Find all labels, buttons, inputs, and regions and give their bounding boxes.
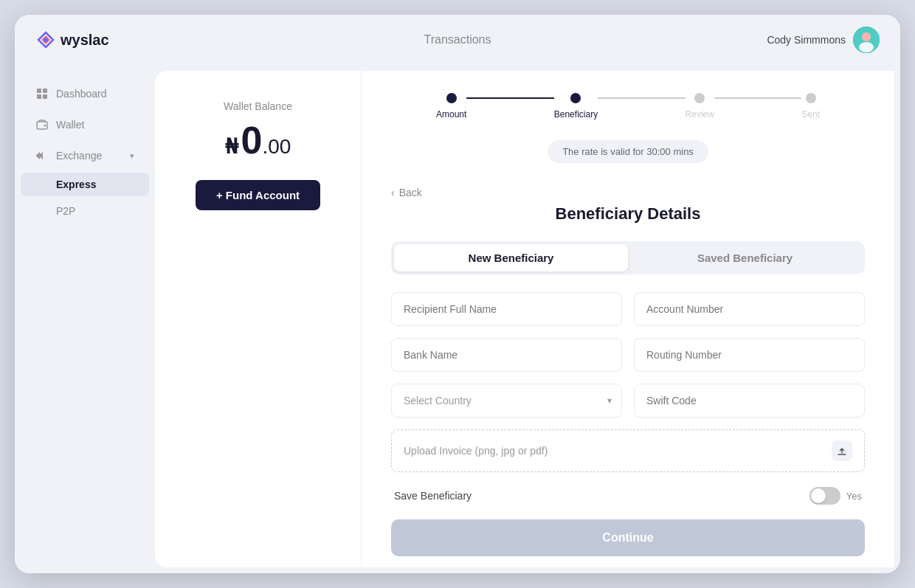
avatar bbox=[853, 27, 880, 53]
sidebar: Dashboard Wallet bbox=[15, 65, 155, 573]
toggle-yes-label: Yes bbox=[846, 491, 862, 502]
routing-number-field bbox=[634, 338, 865, 372]
wallet-balance-display: ₦ 0 .00 bbox=[225, 121, 291, 159]
step-dot-beneficiary bbox=[570, 93, 581, 103]
step-label-beneficiary: Beneficiary bbox=[554, 109, 598, 120]
swift-code-input[interactable] bbox=[634, 384, 865, 418]
app-frame: wyslac Transactions Cody Simmmons bbox=[15, 15, 900, 573]
svg-marker-14 bbox=[36, 152, 40, 159]
topbar-right: Cody Simmmons bbox=[767, 27, 880, 53]
wallet-icon bbox=[35, 118, 49, 131]
progress-bar: Amount Beneficiary Review bbox=[391, 93, 865, 120]
chevron-down-icon: ▾ bbox=[130, 151, 134, 161]
step-line-3 bbox=[714, 97, 801, 99]
beneficiary-tabs: New Beneficiary Saved Beneficiary bbox=[391, 241, 865, 274]
toggle-row: Yes bbox=[809, 487, 862, 505]
fund-account-button[interactable]: + Fund Account bbox=[196, 180, 320, 210]
svg-point-2 bbox=[44, 38, 48, 42]
p2p-label: P2P bbox=[56, 205, 75, 217]
dashboard-label: Dashboard bbox=[56, 88, 107, 100]
svg-point-12 bbox=[44, 125, 46, 127]
svg-rect-9 bbox=[37, 94, 41, 99]
topbar: wyslac Transactions Cody Simmmons bbox=[15, 15, 900, 65]
upload-invoice-field[interactable]: Upload Invoice (png, jpg or pdf) bbox=[391, 429, 865, 472]
exchange-label: Exchange bbox=[56, 150, 102, 162]
wallet-balance-label: Wallet Balance bbox=[224, 100, 292, 112]
tab-new-beneficiary[interactable]: New Beneficiary bbox=[394, 244, 628, 271]
back-link[interactable]: ‹ Back bbox=[391, 187, 865, 198]
step-label-review: Review bbox=[686, 109, 714, 120]
form-row-3: Select Country ▾ bbox=[391, 384, 865, 418]
svg-point-6 bbox=[862, 32, 871, 41]
back-label: Back bbox=[399, 187, 422, 198]
upload-icon bbox=[832, 440, 852, 461]
grid-icon bbox=[35, 87, 49, 100]
select-country-field: Select Country ▾ bbox=[391, 384, 622, 418]
step-dot-review bbox=[694, 93, 705, 103]
save-beneficiary-row: Save Beneficiary Yes bbox=[391, 487, 865, 505]
save-beneficiary-label: Save Beneficiary bbox=[394, 490, 472, 502]
form-row-2 bbox=[391, 338, 865, 372]
sidebar-item-express[interactable]: Express bbox=[21, 173, 149, 196]
section-title: Beneficiary Details bbox=[391, 204, 865, 224]
upload-label: Upload Invoice (png, jpg or pdf) bbox=[404, 445, 548, 457]
bank-name-field bbox=[391, 338, 622, 372]
step-amount: Amount bbox=[436, 93, 466, 120]
wallet-label: Wallet bbox=[56, 119, 84, 131]
back-arrow-icon: ‹ bbox=[391, 187, 395, 198]
recipient-name-field bbox=[391, 292, 622, 326]
form-row-1 bbox=[391, 292, 865, 326]
currency-symbol: ₦ bbox=[225, 134, 238, 159]
express-label: Express bbox=[56, 179, 96, 190]
svg-rect-10 bbox=[43, 94, 47, 99]
sidebar-item-p2p[interactable]: P2P bbox=[21, 199, 149, 223]
sidebar-item-wallet[interactable]: Wallet bbox=[21, 111, 149, 139]
svg-rect-7 bbox=[37, 89, 41, 93]
continue-button[interactable]: Continue bbox=[391, 519, 865, 556]
page-title: Transactions bbox=[424, 33, 491, 46]
sidebar-item-dashboard[interactable]: Dashboard bbox=[21, 80, 149, 108]
account-number-input[interactable] bbox=[634, 292, 865, 326]
tab-saved-beneficiary[interactable]: Saved Beneficiary bbox=[628, 244, 862, 271]
routing-number-input[interactable] bbox=[634, 338, 865, 372]
step-dot-sent bbox=[806, 93, 816, 103]
step-line-1 bbox=[466, 97, 553, 99]
step-line-2 bbox=[598, 97, 685, 99]
step-review: Review bbox=[686, 93, 714, 120]
balance-main: 0 bbox=[241, 121, 263, 159]
content-area: Wallet Balance ₦ 0 .00 + Fund Account Am… bbox=[155, 71, 894, 567]
balance-decimal: .00 bbox=[262, 135, 291, 159]
left-panel: Wallet Balance ₦ 0 .00 + Fund Account bbox=[155, 71, 362, 567]
sidebar-item-exchange[interactable]: Exchange ▾ bbox=[21, 142, 149, 170]
step-label-amount: Amount bbox=[436, 109, 466, 120]
toggle-knob bbox=[811, 488, 826, 503]
main-layout: Dashboard Wallet bbox=[15, 65, 900, 573]
user-name: Cody Simmmons bbox=[767, 34, 846, 46]
select-country-input[interactable]: Select Country bbox=[391, 384, 622, 418]
swift-code-field bbox=[634, 384, 865, 418]
svg-point-5 bbox=[859, 42, 874, 52]
step-dot-amount bbox=[446, 93, 457, 103]
right-panel: Amount Beneficiary Review bbox=[362, 71, 894, 567]
svg-rect-8 bbox=[43, 89, 47, 93]
save-beneficiary-toggle[interactable] bbox=[809, 487, 840, 505]
logo-text: wyslac bbox=[61, 32, 109, 49]
avatar-image bbox=[853, 27, 880, 53]
steps-container: Amount Beneficiary Review bbox=[436, 93, 820, 120]
rate-badge-wrapper: The rate is valid for 30:00 mins bbox=[391, 140, 865, 175]
account-number-field bbox=[634, 292, 865, 326]
logo-icon bbox=[35, 30, 56, 50]
step-label-sent: Sent bbox=[801, 109, 820, 120]
exchange-icon bbox=[35, 149, 49, 162]
rate-badge: The rate is valid for 30:00 mins bbox=[548, 140, 708, 163]
logo: wyslac bbox=[35, 30, 109, 50]
bank-name-input[interactable] bbox=[391, 338, 622, 372]
step-sent: Sent bbox=[801, 93, 820, 120]
step-beneficiary: Beneficiary bbox=[554, 93, 598, 120]
recipient-name-input[interactable] bbox=[391, 292, 622, 326]
